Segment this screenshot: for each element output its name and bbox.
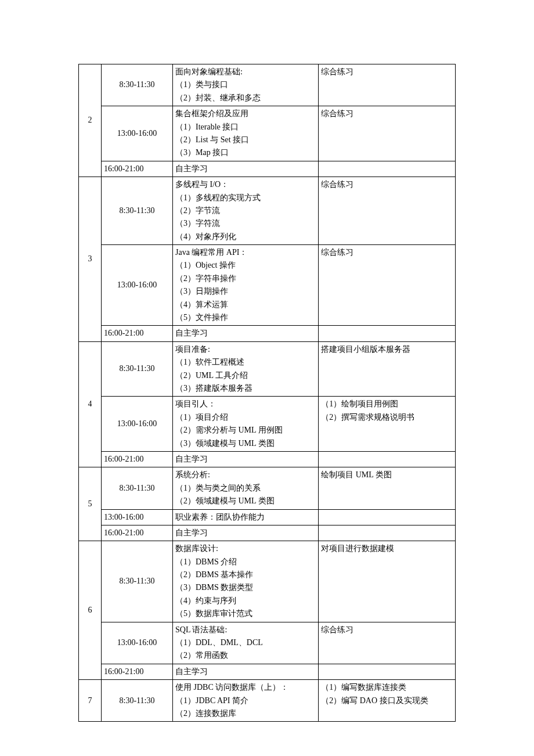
content-cell: 面向对象编程基础:（1）类与接口（2）封装、继承和多态	[172, 64, 318, 106]
time-cell: 16:00-21:00	[101, 525, 172, 541]
note-line: （2）编写 DAO 接口及实现类	[321, 694, 453, 707]
note-cell: （1）绘制项目用例图（2）撰写需求规格说明书	[319, 397, 456, 452]
table-row: 38:30-11:30多线程与 I/O：（1）多线程的实现方式（2）字节流（3）…	[79, 177, 456, 245]
content-line: （2）领域建模与 UML 类图	[175, 495, 316, 507]
content-line: （2）连接数据库	[175, 707, 316, 720]
content-cell: 项目引人：（1）项目介绍（2）需求分析与 UML 用例图（3）领域建模与 UML…	[172, 397, 318, 452]
time-text: 8:30-11:30	[120, 364, 155, 373]
content-line: （3）Map 接口	[175, 146, 316, 159]
day-number-cell: 5	[79, 467, 102, 541]
content-line: （3）日期操作	[175, 285, 316, 298]
time-text: 8:30-11:30	[120, 206, 155, 215]
time-text: 16:00-21:00	[104, 667, 143, 676]
note-cell: 搭建项目小组版本服务器	[319, 341, 456, 397]
time-cell: 13:00-16:00	[101, 106, 172, 161]
schedule-table: 28:30-11:30面向对象编程基础:（1）类与接口（2）封装、继承和多态综合…	[78, 64, 456, 722]
table-row: 48:30-11:30项目准备:（1）软件工程概述（2）UML 工具介绍（3）搭…	[79, 341, 456, 397]
table-row: 28:30-11:30面向对象编程基础:（1）类与接口（2）封装、继承和多态综合…	[79, 64, 456, 106]
content-line: （2）DBMS 基本操作	[175, 568, 316, 581]
note-cell	[319, 326, 456, 341]
content-line: （5）文件操作	[175, 311, 316, 324]
content-line: （2）常用函数	[175, 649, 316, 662]
content-line: （1）软件工程概述	[175, 356, 316, 369]
content-line: Java 编程常用 API：	[175, 246, 316, 259]
note-cell	[319, 161, 456, 177]
content-line: 自主学习	[175, 527, 316, 539]
time-text: 16:00-21:00	[104, 329, 143, 337]
day-number: 4	[88, 399, 92, 408]
time-cell: 8:30-11:30	[101, 541, 172, 622]
note-cell: 对项目进行数据建模	[319, 541, 456, 622]
time-text: 8:30-11:30	[120, 577, 155, 585]
time-cell: 16:00-21:00	[101, 664, 172, 679]
content-line: （2）需求分析与 UML 用例图	[175, 424, 316, 437]
content-cell: 自主学习	[172, 664, 318, 679]
content-line: 面向对象编程基础:	[175, 66, 316, 78]
time-text: 8:30-11:30	[120, 484, 155, 492]
table-row: 13:00-16:00职业素养：团队协作能力	[79, 509, 456, 525]
time-cell: 8:30-11:30	[101, 467, 172, 509]
content-line: 使用 JDBC 访问数据库（上）：	[175, 681, 316, 694]
content-line: （1）DBMS 介绍	[175, 556, 316, 568]
note-line: （1）编写数据库连接类	[321, 681, 453, 694]
content-line: （2）字符串操作	[175, 272, 316, 285]
note-line: 综合练习	[321, 624, 453, 636]
content-line: （2）UML 工具介绍	[175, 369, 316, 382]
content-line: （2）封装、继承和多态	[175, 92, 316, 105]
content-line: （3）领域建模与 UML 类图	[175, 437, 316, 450]
table-row: 13:00-16:00集合框架介绍及应用（1）Iterable 接口（2）Lis…	[79, 106, 456, 161]
content-cell: 数据库设计:（1）DBMS 介绍（2）DBMS 基本操作（3）DBMS 数据类型…	[172, 541, 318, 622]
table-row: 68:30-11:30数据库设计:（1）DBMS 介绍（2）DBMS 基本操作（…	[79, 541, 456, 622]
content-line: （3）搭建版本服务器	[175, 382, 316, 395]
content-line: （1）Object 操作	[175, 259, 316, 272]
time-cell: 13:00-16:00	[101, 509, 172, 525]
content-line: （1）JDBC API 简介	[175, 694, 316, 707]
content-line: （4）约束与序列	[175, 595, 316, 607]
note-cell: （1）编写数据库连接类（2）编写 DAO 接口及实现类	[319, 680, 456, 722]
time-text: 16:00-21:00	[104, 164, 143, 173]
content-line: 项目准备:	[175, 343, 316, 356]
content-line: （1）类与接口	[175, 78, 316, 91]
content-line: （2）List 与 Set 接口	[175, 134, 316, 146]
day-number: 3	[88, 254, 92, 263]
content-cell: 职业素养：团队协作能力	[172, 509, 318, 525]
note-cell: 综合练习	[319, 106, 456, 161]
content-cell: Java 编程常用 API：（1）Object 操作（2）字符串操作（3）日期操…	[172, 245, 318, 326]
note-cell: 综合练习	[319, 64, 456, 106]
note-cell	[319, 664, 456, 679]
content-line: SQL 语法基础:	[175, 624, 316, 636]
content-cell: 项目准备:（1）软件工程概述（2）UML 工具介绍（3）搭建版本服务器	[172, 341, 318, 397]
time-text: 13:00-16:00	[117, 129, 157, 138]
content-line: 职业素养：团队协作能力	[175, 511, 316, 524]
table-row: 13:00-16:00SQL 语法基础:（1）DDL、DML、DCL（2）常用函…	[79, 622, 456, 664]
time-text: 13:00-16:00	[104, 513, 143, 521]
content-line: 数据库设计:	[175, 542, 316, 555]
day-number-cell: 7	[79, 680, 102, 722]
table-row: 16:00-21:00自主学习	[79, 525, 456, 541]
content-cell: 自主学习	[172, 525, 318, 541]
time-text: 13:00-16:00	[117, 638, 157, 647]
content-line: （3）字符流	[175, 217, 316, 230]
note-line: 综合练习	[321, 107, 453, 120]
content-line: （1）多线程的实现方式	[175, 192, 316, 204]
content-cell: 自主学习	[172, 326, 318, 341]
content-line: 自主学习	[175, 453, 316, 466]
content-cell: 系统分析:（1）类与类之间的关系（2）领域建模与 UML 类图	[172, 467, 318, 509]
table-row: 16:00-21:00自主学习	[79, 664, 456, 679]
content-line: （4）对象序列化	[175, 231, 316, 243]
time-cell: 8:30-11:30	[101, 64, 172, 106]
time-text: 13:00-16:00	[117, 419, 157, 428]
content-line: （1）类与类之间的关系	[175, 482, 316, 495]
day-number: 2	[88, 116, 92, 124]
day-number: 6	[88, 606, 92, 614]
note-cell	[319, 451, 456, 467]
note-line: 绘制项目 UML 类图	[321, 469, 453, 481]
note-cell: 综合练习	[319, 622, 456, 664]
time-text: 13:00-16:00	[117, 280, 157, 289]
note-cell: 绘制项目 UML 类图	[319, 467, 456, 509]
time-text: 16:00-21:00	[104, 455, 143, 463]
content-line: 自主学习	[175, 665, 316, 678]
content-line: （5）数据库审计范式	[175, 607, 316, 620]
time-cell: 8:30-11:30	[101, 177, 172, 245]
content-line: 集合框架介绍及应用	[175, 107, 316, 120]
